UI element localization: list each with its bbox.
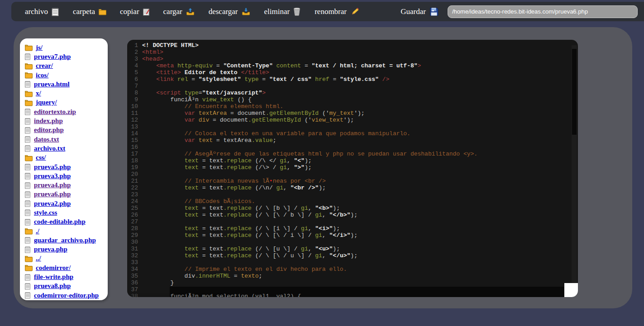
file-icon <box>24 118 31 125</box>
file-link[interactable]: guardar_archivo.php <box>34 236 96 244</box>
save-button[interactable]: Guardar <box>401 7 439 16</box>
file-link[interactable]: prueva7.php <box>34 53 71 61</box>
toolbar-button-trash[interactable]: eliminar <box>264 7 301 16</box>
file-link[interactable]: editor.php <box>34 126 64 134</box>
code-line: 13 <box>127 123 578 130</box>
file-link[interactable]: prueva5.php <box>34 163 71 171</box>
file-icon <box>24 283 31 290</box>
code-line-text <box>142 83 146 90</box>
line-number: 23 <box>127 191 142 198</box>
file-icon <box>24 136 31 143</box>
file-list-item: prueva.php <box>24 245 106 254</box>
toolbar-button-folder[interactable]: carpeta <box>73 7 106 16</box>
code-line: 5 <title> Editor de texto </title> <box>127 69 578 76</box>
code-line: 11 var textArea = document.getElementByI… <box>127 110 578 117</box>
file-link[interactable]: css/ <box>36 154 46 161</box>
file-link[interactable]: editortexto.zip <box>34 108 76 116</box>
main-panel: js/prueva7.phpcrear/icos/prueva.htmlx/jq… <box>14 27 632 308</box>
file-link[interactable]: prueva6.php <box>34 190 71 198</box>
file-icon <box>24 163 31 170</box>
file-link[interactable]: js/ <box>36 44 43 52</box>
code-line-text <box>142 144 146 151</box>
line-number: 18 <box>127 157 142 164</box>
file-link[interactable]: ./ <box>36 227 39 235</box>
file-link[interactable]: datos.txt <box>34 136 59 143</box>
file-link[interactable]: icos/ <box>36 71 48 79</box>
line-number: 32 <box>127 252 142 259</box>
line-number: 29 <box>127 232 142 239</box>
code-line-text: funciÃ³n mod_selection (val1, val2) { <box>142 293 301 297</box>
file-list-item: style.css <box>24 208 106 217</box>
file-link[interactable]: prueva4.php <box>34 181 71 189</box>
line-number: 30 <box>127 239 142 246</box>
code-line-text <box>142 286 146 293</box>
toolbar-button-pencil[interactable]: renombrar <box>315 7 359 16</box>
file-link[interactable]: crear/ <box>36 62 53 70</box>
file-icon <box>24 218 31 226</box>
pencil-icon <box>350 8 359 16</box>
code-line-text: text = text.replace (/\ </ gi, "<"); <box>142 157 312 164</box>
file-link[interactable]: code-editable.php <box>34 218 86 226</box>
file-link[interactable]: prueva.html <box>34 80 70 88</box>
code-line: 4 <meta http-equiv = "Content-Type" cont… <box>127 62 578 69</box>
file-icon <box>24 172 31 180</box>
file-link[interactable]: jquery/ <box>36 99 57 106</box>
file-icon <box>24 191 31 198</box>
file-link[interactable]: codemirror/ <box>36 264 71 272</box>
line-number: 9 <box>127 96 142 103</box>
file-link[interactable]: prueva3.php <box>34 172 71 180</box>
code-line: 28 text = text.replace (/ \ [i \] / gi, … <box>127 225 578 232</box>
file-link[interactable]: x/ <box>36 90 41 97</box>
line-number: 4 <box>127 62 142 69</box>
file-link[interactable]: prueva.php <box>34 246 67 253</box>
code-line-text: text = text.replace (/ \ [i \] / gi, "<i… <box>142 225 340 232</box>
file-link[interactable]: prueva8.php <box>34 282 71 290</box>
toolbar-button-upload[interactable]: cargar <box>163 7 195 16</box>
code-line-text: <title> Editor de texto </title> <box>142 69 269 76</box>
code-line-text <box>142 123 146 130</box>
code-line-text <box>142 239 146 246</box>
scrollbar-corner <box>564 283 578 297</box>
file-list-item: jquery/ <box>24 98 106 107</box>
file-list-item: prueva.html <box>24 80 106 89</box>
file-link[interactable]: prueva2.php <box>34 200 71 208</box>
toolbar-button-label: carpeta <box>73 7 95 16</box>
toolbar-button-notepad[interactable]: archivo <box>25 7 59 16</box>
folder-icon <box>24 99 33 106</box>
file-link[interactable]: index.php <box>34 117 63 125</box>
save-button-label: Guardar <box>401 7 426 16</box>
file-link[interactable]: archivo.txt <box>34 145 65 152</box>
file-path-input[interactable] <box>448 5 638 18</box>
code-line-text: } <box>142 279 174 286</box>
line-number: 3 <box>127 56 142 62</box>
code-line: 25 text = text.replace (/ \ [b \] / gi, … <box>127 205 578 212</box>
code-editor[interactable]: 1<! DOCTYPE HTML>2<html>3<head>4 <meta h… <box>127 40 578 297</box>
file-list-item: codemirror/ <box>24 263 106 272</box>
file-link[interactable]: style.css <box>34 209 57 217</box>
copy-icon <box>143 8 150 16</box>
file-list-item: guardar_archivo.php <box>24 236 106 245</box>
file-link[interactable]: ../ <box>36 255 41 262</box>
code-line: 21 // Intercambia nuevas lÃ•neas por <br… <box>127 178 578 184</box>
line-number: 36 <box>127 279 142 286</box>
download-icon <box>241 8 251 16</box>
file-icon <box>24 80 31 88</box>
toolbar-button-download[interactable]: descargar <box>209 7 251 16</box>
code-line: 27 <box>127 218 578 225</box>
code-line: 35 div.innerHTML = texto; <box>127 273 578 279</box>
file-link[interactable]: codemirror-editor.php <box>34 292 99 299</box>
code-line-text: text = text.replace (/ \ [b \] / gi, "<b… <box>142 205 340 212</box>
code-line-text <box>142 259 146 266</box>
code-line-text: var text = textArea.value; <box>142 137 277 144</box>
toolbar-button-copy[interactable]: copiar <box>120 7 149 16</box>
file-list-item: codemirror-editor.php <box>24 291 106 300</box>
file-link[interactable]: file-write.php <box>34 273 73 281</box>
code-line-text <box>142 171 146 178</box>
folder-icon <box>24 154 33 161</box>
code-line: 18 text = text.replace (/\ </ gi, "<"); <box>127 157 578 164</box>
file-list-item: crear/ <box>24 61 106 71</box>
file-list-item: prueva2.php <box>24 199 106 208</box>
file-list-item: index.php <box>24 116 106 125</box>
file-list-item: prueva6.php <box>24 190 106 199</box>
code-line-text: <html> <box>142 49 163 56</box>
